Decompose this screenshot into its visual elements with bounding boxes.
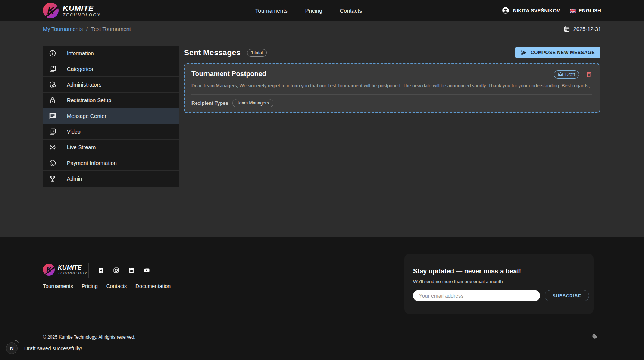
sidebar-item-video[interactable]: Video bbox=[43, 124, 179, 140]
chat-icon bbox=[49, 112, 56, 120]
footer-brand-name: KUMITE bbox=[58, 265, 88, 271]
footer-logo[interactable]: K KUMITE TECHNOLOGY bbox=[43, 264, 88, 276]
info-icon bbox=[49, 50, 56, 57]
footer-link-pricing[interactable]: Pricing bbox=[82, 283, 98, 289]
cookie-icon[interactable] bbox=[591, 333, 598, 339]
newsletter-email-input[interactable] bbox=[413, 290, 540, 301]
account-circle-icon bbox=[501, 6, 510, 15]
sidebar-label: Categories bbox=[67, 66, 93, 72]
sidebar-label: Administrators bbox=[67, 82, 101, 88]
top-navbar: K KUMITE TECHNOLOGY Tournaments Pricing … bbox=[0, 0, 644, 21]
toast-message: Draft saved successfully! bbox=[24, 345, 82, 351]
language-label: ENGLISH bbox=[579, 8, 601, 13]
recipient-chip-team-managers: Team Managers bbox=[232, 99, 273, 107]
sidebar-item-message-center[interactable]: Message Center bbox=[43, 108, 179, 124]
calendar-icon bbox=[563, 26, 570, 32]
drafts-envelope-icon bbox=[558, 72, 563, 77]
toast-notification: N Draft saved successfully! bbox=[6, 342, 82, 354]
sidebar-label: Video bbox=[67, 129, 81, 135]
video-library-icon bbox=[49, 128, 56, 135]
breadcrumb: My Tournaments / Test Tournament bbox=[43, 26, 131, 32]
recipient-types-label: Recipient Types bbox=[191, 100, 228, 106]
total-count-badge: 1 total bbox=[247, 49, 267, 57]
footer-brand-monogram: K bbox=[46, 266, 51, 274]
breadcrumb-row: My Tournaments / Test Tournament 2025-12… bbox=[43, 21, 601, 37]
sidebar-item-payment-information[interactable]: Payment Information bbox=[43, 155, 179, 171]
date-value: 2025-12-31 bbox=[573, 26, 601, 32]
footer-nav: Tournaments Pricing Contacts Documentati… bbox=[43, 283, 171, 289]
delete-message-button[interactable] bbox=[585, 71, 592, 78]
newsletter-subtitle: We'll send no more than one email a mont… bbox=[413, 279, 594, 284]
sidebar-label: Payment Information bbox=[67, 160, 117, 166]
message-divider bbox=[191, 94, 592, 95]
devtools-n-button[interactable]: N bbox=[6, 342, 18, 354]
message-title: Tournament Postponed bbox=[191, 70, 266, 78]
sidebar-label: Message Center bbox=[67, 113, 106, 119]
nav-link-tournaments[interactable]: Tournaments bbox=[255, 7, 288, 14]
sidebar-label: Live Stream bbox=[67, 144, 96, 150]
instagram-icon[interactable] bbox=[113, 267, 119, 273]
page-footer: K KUMITE TECHNOLOGY bbox=[0, 237, 644, 360]
language-selector[interactable]: ENGLISH bbox=[570, 8, 601, 13]
footer-divider bbox=[43, 326, 601, 326]
newsletter-card: Stay updated — never miss a beat! We'll … bbox=[404, 254, 594, 314]
sidebar-label: Information bbox=[67, 50, 94, 56]
uk-flag-icon bbox=[570, 9, 576, 13]
breadcrumb-separator: / bbox=[86, 26, 88, 32]
message-body: Dear Team Managers, We sincerely regret … bbox=[191, 83, 592, 90]
footer-link-tournaments[interactable]: Tournaments bbox=[43, 283, 73, 289]
sidebar-item-information[interactable]: Information bbox=[43, 46, 179, 61]
user-name: NIKITA SVEŠNIKOV bbox=[513, 8, 560, 13]
user-menu[interactable]: NIKITA SVEŠNIKOV bbox=[501, 6, 560, 15]
footer-link-documentation[interactable]: Documentation bbox=[135, 283, 171, 289]
tournament-sidebar: Information Categories Administrators bbox=[43, 46, 179, 187]
newsletter-title: Stay updated — never miss a beat! bbox=[413, 267, 594, 275]
nav-link-pricing[interactable]: Pricing bbox=[305, 7, 322, 14]
footer-logo-icon: K bbox=[43, 264, 55, 276]
main-nav: Tournaments Pricing Contacts bbox=[255, 7, 362, 14]
youtube-icon[interactable] bbox=[144, 267, 150, 273]
sidebar-item-live-stream[interactable]: Live Stream bbox=[43, 140, 179, 155]
sidebar-label: Admin bbox=[67, 176, 82, 182]
brand-monogram: K bbox=[47, 5, 54, 16]
brand-logo-icon: K bbox=[43, 3, 59, 18]
navbar-right: NIKITA SVEŠNIKOV ENGLISH bbox=[501, 6, 601, 15]
footer-vertical-divider bbox=[88, 263, 89, 278]
facebook-icon[interactable] bbox=[98, 267, 104, 273]
compose-button-label: COMPOSE NEW MESSAGE bbox=[531, 50, 595, 55]
sidebar-label: Registration Setup bbox=[67, 97, 111, 103]
brand-tagline: TECHNOLOGY bbox=[63, 13, 101, 17]
sidebar-item-registration-setup[interactable]: Registration Setup bbox=[43, 93, 179, 108]
subscribe-button[interactable]: SUBSCRIBE bbox=[545, 290, 589, 301]
message-center-panel: Sent Messages 1 total COMPOSE NEW MESSAG… bbox=[184, 47, 600, 113]
breadcrumb-my-tournaments[interactable]: My Tournaments bbox=[43, 26, 83, 32]
compose-new-message-button[interactable]: COMPOSE NEW MESSAGE bbox=[515, 47, 600, 58]
brand-logo[interactable]: K KUMITE TECHNOLOGY bbox=[43, 3, 101, 18]
linkedin-icon[interactable] bbox=[128, 267, 135, 273]
live-signal-icon bbox=[49, 144, 56, 151]
send-icon bbox=[521, 50, 527, 56]
tournament-date[interactable]: 2025-12-31 bbox=[563, 26, 601, 32]
footer-link-contacts[interactable]: Contacts bbox=[106, 283, 127, 289]
page-title: Sent Messages bbox=[184, 48, 241, 57]
categories-icon bbox=[49, 65, 56, 73]
draft-label: Draft bbox=[565, 72, 575, 77]
draft-message-card[interactable]: Tournament Postponed Draft Dear T bbox=[184, 63, 600, 113]
copyright-text: © 2025 Kumite Technology. All rights res… bbox=[43, 335, 135, 340]
sidebar-item-administrators[interactable]: Administrators bbox=[43, 77, 179, 93]
trophy-icon bbox=[49, 175, 56, 182]
brand-name: KUMITE bbox=[63, 4, 101, 12]
dollar-icon bbox=[49, 159, 56, 167]
sidebar-item-categories[interactable]: Categories bbox=[43, 61, 179, 77]
footer-social-links bbox=[98, 267, 150, 273]
draft-status-badge: Draft bbox=[554, 70, 579, 79]
sidebar-item-admin[interactable]: Admin bbox=[43, 171, 179, 187]
lock-icon bbox=[49, 97, 56, 104]
footer-brand-tagline: TECHNOLOGY bbox=[58, 272, 88, 275]
breadcrumb-current: Test Tournament bbox=[91, 26, 131, 32]
nav-link-contacts[interactable]: Contacts bbox=[340, 7, 362, 14]
admin-shield-icon bbox=[49, 81, 56, 88]
